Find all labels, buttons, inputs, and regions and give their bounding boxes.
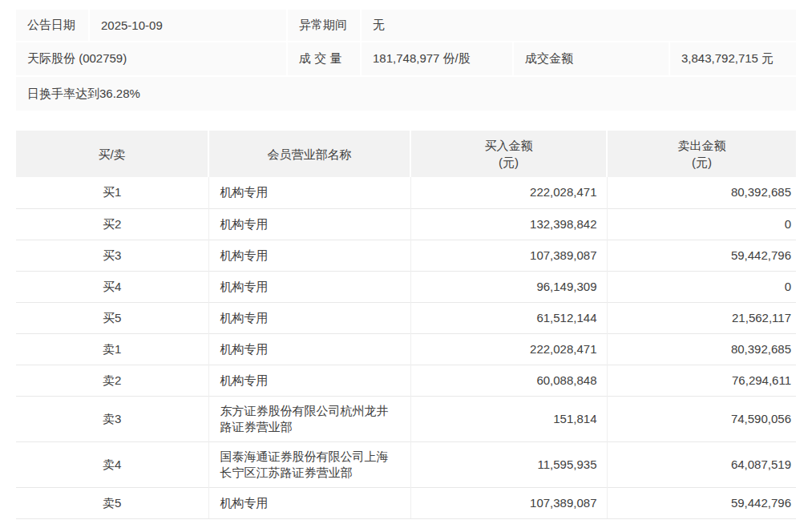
turnover-rate-note: 日换手率达到36.28% xyxy=(16,77,796,111)
broker-cell: 机构专用 xyxy=(208,271,410,302)
buy-amount-cell: 222,028,471 xyxy=(410,177,607,208)
broker-cell: 机构专用 xyxy=(208,487,410,518)
table-row: 卖3 东方证券股份有限公司杭州龙井路证券营业部 151,814 74,590,0… xyxy=(16,396,796,441)
summary-row-volume: 天际股份 (002759) 成 交 量 181,748,977 份/股 成交金额… xyxy=(16,42,796,75)
broker-cell: 东方证券股份有限公司杭州龙井路证券营业部 xyxy=(208,396,410,441)
sell-amount-cell: 21,562,117 xyxy=(607,302,796,333)
broker-cell: 机构专用 xyxy=(208,240,410,271)
header-buy-line2: (元) xyxy=(411,154,606,171)
page: 公告日期 2025-10-09 异常期间 无 天际股份 (002759) 成 交… xyxy=(0,0,812,519)
volume-value: 181,748,977 份/股 xyxy=(362,42,512,75)
table-header: 买/卖 会员营业部名称 买入金额 (元) 卖出金额 (元) xyxy=(16,131,796,177)
buy-amount-cell: 151,814 xyxy=(410,396,607,441)
broker-cell: 机构专用 xyxy=(208,365,410,396)
summary-row-date: 公告日期 2025-10-09 异常期间 无 xyxy=(16,10,796,41)
sell-amount-cell: 0 xyxy=(607,271,796,302)
buy-amount-cell: 132,398,842 xyxy=(410,208,607,240)
table-row: 卖5 机构专用 107,389,087 59,442,796 xyxy=(16,487,796,518)
side-cell: 卖2 xyxy=(16,365,208,396)
header-side: 买/卖 xyxy=(16,131,208,177)
header-sell-line2: (元) xyxy=(608,154,796,171)
buy-amount-cell: 107,389,087 xyxy=(410,240,607,271)
summary-row-note: 日换手率达到36.28% xyxy=(16,77,796,111)
table-row: 买4 机构专用 96,149,309 0 xyxy=(16,271,796,302)
side-cell: 买2 xyxy=(16,208,208,240)
buy-amount-cell: 61,512,144 xyxy=(410,302,607,333)
buy-amount-cell: 107,389,087 xyxy=(410,487,607,518)
side-cell: 买5 xyxy=(16,302,208,333)
sell-amount-cell: 0 xyxy=(607,208,796,240)
broker-cell: 国泰海通证券股份有限公司上海长宁区江苏路证券营业部 xyxy=(208,441,410,487)
broker-cell: 机构专用 xyxy=(208,208,410,240)
table-row: 买3 机构专用 107,389,087 59,442,796 xyxy=(16,240,796,271)
table-row: 卖2 机构专用 60,088,848 76,294,611 xyxy=(16,365,796,396)
header-buy-amount: 买入金额 (元) xyxy=(410,131,607,177)
header-sell-amount: 卖出金额 (元) xyxy=(607,131,796,177)
table-row: 卖1 机构专用 222,028,471 80,392,685 xyxy=(16,333,796,365)
buy-amount-cell: 222,028,471 xyxy=(410,333,607,365)
buy-amount-cell: 11,595,935 xyxy=(410,441,607,487)
side-cell: 买3 xyxy=(16,240,208,271)
turnover-amount-label: 成交金额 xyxy=(514,42,669,75)
stock-name: 天际股份 (002759) xyxy=(16,42,286,75)
sell-amount-cell: 64,087,519 xyxy=(607,441,796,487)
sell-amount-cell: 74,590,056 xyxy=(607,396,796,441)
broker-cell: 机构专用 xyxy=(208,302,410,333)
broker-seat-table: 买/卖 会员营业部名称 买入金额 (元) 卖出金额 (元) 买1 机构专用 22… xyxy=(16,131,796,519)
sell-amount-cell: 59,442,796 xyxy=(607,240,796,271)
side-cell: 卖5 xyxy=(16,487,208,518)
sell-amount-cell: 59,442,796 xyxy=(607,487,796,518)
turnover-amount-value: 3,843,792,715 元 xyxy=(670,42,796,75)
side-cell: 卖1 xyxy=(16,333,208,365)
sell-amount-cell: 80,392,685 xyxy=(607,177,796,208)
buy-amount-cell: 96,149,309 xyxy=(410,271,607,302)
table-row: 买1 机构专用 222,028,471 80,392,685 xyxy=(16,177,796,208)
table-row: 买2 机构专用 132,398,842 0 xyxy=(16,208,796,240)
header-sell-line1: 卖出金额 xyxy=(608,137,796,154)
side-cell: 买1 xyxy=(16,177,208,208)
side-cell: 买4 xyxy=(16,271,208,302)
buy-amount-cell: 60,088,848 xyxy=(410,365,607,396)
header-buy-line1: 买入金额 xyxy=(411,137,606,154)
side-cell: 卖4 xyxy=(16,441,208,487)
header-broker: 会员营业部名称 xyxy=(208,131,410,177)
abnormal-period-label: 异常期间 xyxy=(288,10,360,41)
sell-amount-cell: 80,392,685 xyxy=(607,333,796,365)
sell-amount-cell: 76,294,611 xyxy=(607,365,796,396)
table-row: 卖4 国泰海通证券股份有限公司上海长宁区江苏路证券营业部 11,595,935 … xyxy=(16,441,796,487)
abnormal-period-value: 无 xyxy=(362,10,796,41)
volume-label: 成 交 量 xyxy=(288,42,360,75)
broker-cell: 机构专用 xyxy=(208,333,410,365)
side-cell: 卖3 xyxy=(16,396,208,441)
table-row: 买5 机构专用 61,512,144 21,562,117 xyxy=(16,302,796,333)
stock-summary-panel: 公告日期 2025-10-09 异常期间 无 天际股份 (002759) 成 交… xyxy=(16,10,796,111)
announce-date-value: 2025-10-09 xyxy=(90,10,286,41)
broker-cell: 机构专用 xyxy=(208,177,410,208)
announce-date-label: 公告日期 xyxy=(16,10,88,41)
